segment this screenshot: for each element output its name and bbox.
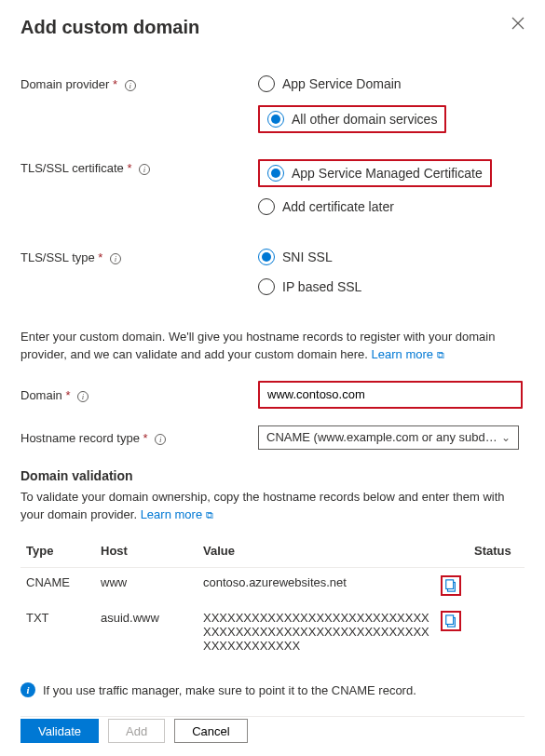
radio-icon: [258, 75, 275, 92]
validation-description: To validate your domain ownership, copy …: [20, 489, 525, 524]
copy-button[interactable]: [441, 611, 461, 631]
table-row: TXT asuid.www XXXXXXXXXXXXXXXXXXXXXXXXXX…: [20, 603, 525, 660]
info-icon: i: [20, 682, 35, 697]
table-row: CNAME www contoso.azurewebsites.net: [20, 568, 525, 604]
info-icon[interactable]: i: [110, 253, 121, 264]
validation-table: Type Host Value Status CNAME www contoso…: [20, 534, 525, 660]
learn-more-link[interactable]: Learn more ⧉: [372, 347, 444, 361]
learn-more-link[interactable]: Learn more ⧉: [141, 507, 213, 521]
domain-input[interactable]: [260, 383, 521, 407]
radio-ip-ssl[interactable]: IP based SSL: [258, 278, 525, 295]
external-link-icon: ⧉: [206, 509, 213, 520]
radio-app-service-domain[interactable]: App Service Domain: [258, 75, 525, 92]
info-note: If you use traffic manager, make sure to…: [43, 683, 416, 697]
required-mark: *: [113, 77, 117, 91]
radio-icon: [267, 111, 284, 128]
radio-sni-ssl[interactable]: SNI SSL: [258, 249, 525, 265]
info-icon[interactable]: i: [139, 164, 150, 175]
col-status: Status: [469, 534, 525, 568]
radio-add-cert-later[interactable]: Add certificate later: [258, 198, 525, 215]
external-link-icon: ⧉: [437, 349, 444, 360]
close-icon[interactable]: [511, 17, 525, 30]
hostname-record-type-label: Hostname record type: [20, 431, 140, 445]
page-title: Add custom domain: [20, 17, 199, 38]
required-mark: *: [127, 161, 131, 175]
hostname-record-type-select[interactable]: CNAME (www.example.com or any subdo… ⌄: [258, 425, 519, 450]
radio-icon: [258, 198, 275, 215]
domain-label: Domain: [20, 388, 62, 402]
svg-rect-3: [446, 615, 454, 625]
required-mark: *: [65, 388, 70, 402]
validate-button[interactable]: Validate: [20, 719, 99, 743]
divider: [20, 716, 525, 717]
svg-rect-1: [446, 580, 454, 589]
tls-cert-label: TLS/SSL certificate: [20, 161, 124, 175]
info-icon[interactable]: i: [77, 391, 89, 402]
col-host: Host: [95, 534, 198, 568]
chevron-down-icon: ⌄: [501, 431, 511, 444]
radio-icon: [258, 278, 275, 295]
copy-button[interactable]: [441, 575, 461, 596]
radio-icon: [258, 249, 275, 265]
cancel-button[interactable]: Cancel: [174, 719, 247, 743]
radio-icon: [267, 165, 284, 182]
col-value: Value: [198, 534, 435, 568]
domain-provider-label: Domain provider: [20, 77, 109, 91]
col-type: Type: [20, 534, 95, 568]
info-icon[interactable]: i: [125, 80, 136, 91]
tls-type-label: TLS/SSL type: [20, 250, 95, 264]
domain-description: Enter your custom domain. We'll give you…: [20, 329, 525, 364]
required-mark: *: [98, 250, 102, 264]
copy-icon: [444, 579, 457, 592]
radio-all-other-domain[interactable]: All other domain services: [267, 111, 437, 128]
radio-managed-cert[interactable]: App Service Managed Certificate: [267, 165, 483, 182]
copy-icon: [444, 614, 457, 628]
domain-validation-heading: Domain validation: [20, 468, 525, 483]
required-mark: *: [143, 431, 148, 445]
info-icon[interactable]: i: [155, 434, 166, 445]
add-button: Add: [108, 719, 165, 743]
